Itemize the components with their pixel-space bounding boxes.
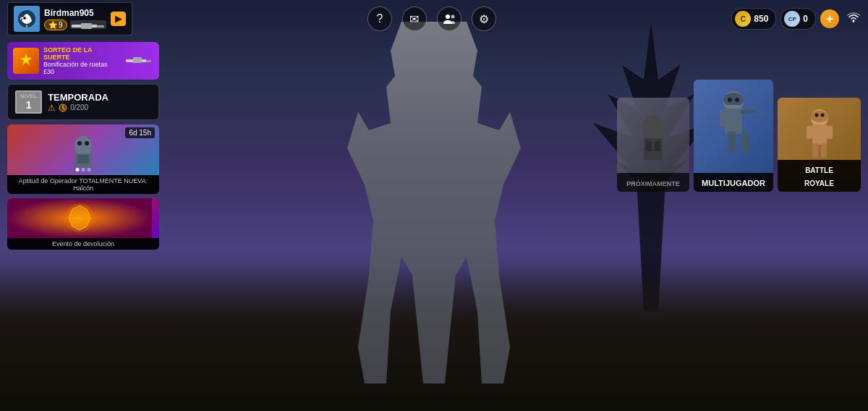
cp-icon: CP [784,11,800,27]
add-currency-button[interactable]: + [820,9,839,28]
top-bar: Birdman905 ⭐ 9 ▶ [0,0,868,38]
cp-amount: 0 [803,14,808,24]
avatar [14,6,40,32]
svg-point-1 [23,17,26,20]
cod-amount: 850 [754,14,768,24]
cp-currency: CP 0 [780,8,816,30]
currencies: C 850 CP 0 + [731,8,861,30]
svg-rect-3 [81,23,92,29]
friends-button[interactable] [437,7,461,31]
player-level: 9 [59,21,63,29]
svg-rect-4 [97,25,104,27]
player-info[interactable]: Birdman905 ⭐ 9 ▶ [7,2,132,35]
top-center-icons: ? ✉ ⚙ [367,7,496,31]
level-icon: ⭐ [48,21,57,29]
weapon-display [70,20,106,29]
svg-point-6 [451,15,454,19]
help-button[interactable]: ? [367,7,392,31]
svg-point-5 [446,14,450,19]
wifi-icon [846,12,861,26]
mail-button[interactable]: ✉ [402,7,427,31]
svg-point-7 [853,20,855,22]
player-name: Birdman905 [44,8,106,18]
settings-button[interactable]: ⚙ [472,7,496,31]
cod-currency: C 850 [731,8,776,30]
cod-icon: C [735,11,751,27]
ui-layer: Birdman905 ⭐ 9 ▶ [0,0,868,411]
player-level-badge: ⭐ 9 [44,20,67,30]
video-button[interactable]: ▶ [111,12,126,26]
